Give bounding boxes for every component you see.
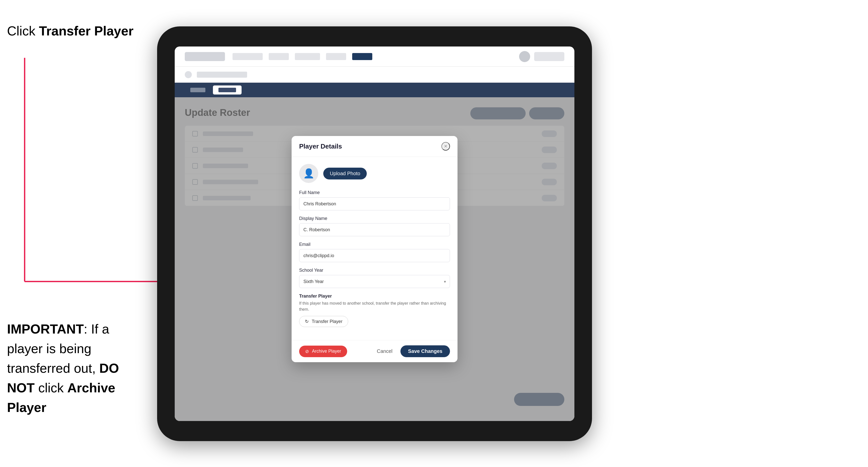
display-name-label: Display Name <box>299 216 450 221</box>
app-nav <box>232 53 512 60</box>
sub-header-icon <box>185 71 192 78</box>
ban-icon <box>305 349 310 354</box>
school-year-select[interactable]: First Year Second Year Third Year Fourth… <box>299 275 450 288</box>
sub-header-text <box>197 72 247 78</box>
display-name-field: Display Name <box>299 216 450 236</box>
footer-right-actions: Cancel Save Changes <box>373 345 450 357</box>
instruction-text-2: click <box>35 380 67 395</box>
app-bar <box>175 46 575 67</box>
tab-roster[interactable] <box>185 86 211 94</box>
full-name-label: Full Name <box>299 190 450 195</box>
transfer-section-description: If this player has moved to another scho… <box>299 300 450 312</box>
display-name-input[interactable] <box>299 223 450 236</box>
transfer-player-button[interactable]: Transfer Player <box>299 316 348 327</box>
instruction-bottom: IMPORTANT: If a player is being transfer… <box>7 319 148 417</box>
nav-item-fees[interactable] <box>269 53 289 60</box>
modal-footer: Archive Player Cancel Save Changes <box>291 340 458 362</box>
app-logo <box>185 52 225 61</box>
instruction-important: IMPORTANT <box>7 322 84 336</box>
school-year-label: School Year <box>299 268 450 273</box>
tablet-device: Update Roster <box>157 26 592 441</box>
upload-photo-button[interactable]: Upload Photo <box>323 168 367 180</box>
full-name-field: Full Name <box>299 190 450 210</box>
person-icon: 👤 <box>303 168 314 179</box>
player-details-modal: Player Details × 👤 Upload Photo <box>291 136 458 362</box>
instruction-top-text: Click <box>7 24 39 38</box>
tab-bar <box>175 83 575 97</box>
instruction-top: Click Transfer Player <box>7 23 133 40</box>
archive-player-button[interactable]: Archive Player <box>299 346 347 357</box>
email-label: Email <box>299 242 450 247</box>
modal-body: 👤 Upload Photo Full Name Display Name <box>291 157 458 340</box>
transfer-player-section: Transfer Player If this player has moved… <box>299 293 450 327</box>
transfer-player-label: Transfer Player <box>312 319 342 324</box>
tab-roster-label <box>190 88 205 92</box>
cancel-button[interactable]: Cancel <box>373 346 396 357</box>
archive-player-label: Archive Player <box>312 349 341 354</box>
school-year-field: School Year First Year Second Year Third… <box>299 268 450 288</box>
app-bar-right <box>519 51 564 62</box>
email-input[interactable] <box>299 249 450 262</box>
instruction-top-bold: Transfer Player <box>39 24 133 38</box>
avatar-section: 👤 Upload Photo <box>299 164 450 183</box>
content-area: Update Roster <box>175 97 575 421</box>
bar-right-button[interactable] <box>534 52 564 61</box>
avatar: 👤 <box>299 164 318 183</box>
nav-item-matchday[interactable] <box>326 53 346 60</box>
modal-overlay: Player Details × 👤 Upload Photo <box>175 97 575 421</box>
school-year-select-wrapper: First Year Second Year Third Year Fourth… <box>299 275 450 288</box>
email-field: Email <box>299 242 450 262</box>
nav-item-more[interactable] <box>352 53 372 60</box>
tablet-screen: Update Roster <box>175 46 575 421</box>
nav-item-clubhouse[interactable] <box>232 53 263 60</box>
sub-header <box>175 67 575 83</box>
modal-header: Player Details × <box>291 136 458 157</box>
user-avatar <box>519 51 530 62</box>
modal-close-button[interactable]: × <box>441 142 450 151</box>
transfer-section-title: Transfer Player <box>299 293 450 299</box>
modal-title: Player Details <box>299 143 342 150</box>
refresh-icon <box>305 319 310 324</box>
nav-item-schedule[interactable] <box>295 53 320 60</box>
full-name-input[interactable] <box>299 197 450 210</box>
tab-invite[interactable] <box>213 86 242 94</box>
tab-invite-label <box>218 88 236 92</box>
save-changes-button[interactable]: Save Changes <box>400 345 450 357</box>
